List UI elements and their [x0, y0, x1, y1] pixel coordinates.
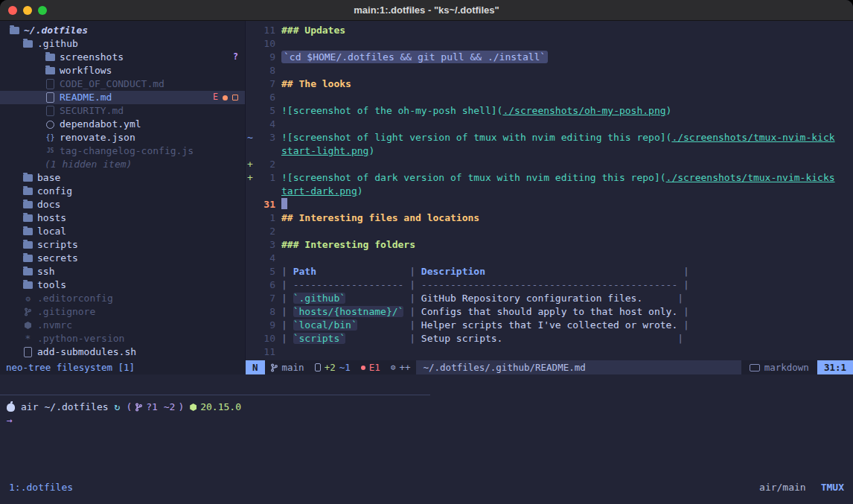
tree-item-renovate-json[interactable]: {}renovate.json [0, 131, 245, 144]
editor-line[interactable]: 4 [246, 118, 853, 131]
apple-icon [7, 403, 15, 412]
tree-item-dependabot-yml[interactable]: dependabot.yml [0, 118, 245, 131]
tree-item-label: base [37, 171, 60, 185]
tree-item-1-hidden-item[interactable]: (1 hidden item) [0, 158, 245, 171]
url-segment: ./screenshots/oh-my-posh.png [502, 105, 665, 116]
zoom-button[interactable] [38, 6, 47, 15]
tree-item-secrets[interactable]: secrets [0, 252, 245, 265]
tcode-segment: `.github` [293, 293, 345, 304]
gear-icon: ⚙ [22, 293, 33, 304]
tree-item-label: hosts [37, 211, 66, 225]
gear-icon: ⚙ [391, 363, 396, 371]
tree-item-label: docs [37, 198, 60, 211]
tree-item-tag-changelog-config-js[interactable]: JStag-changelog-config.js [0, 144, 245, 158]
editor-line[interactable]: 11 [246, 345, 853, 359]
tcode-segment: `local/bin` [293, 319, 357, 331]
editor-line[interactable]: 5| Path | Description | [246, 265, 853, 278]
gutter-sign [246, 211, 255, 225]
line-number: 11 [255, 345, 275, 359]
tree-item-dotfiles[interactable]: ~/.dotfiles [0, 24, 245, 37]
branch-name: main [282, 361, 304, 374]
statusline-filetype: markdown [741, 360, 817, 374]
tree-item-config[interactable]: config [0, 185, 245, 198]
editor-line[interactable]: 8 [246, 64, 853, 77]
link-segment: ) [368, 145, 374, 156]
tree-item-editorconfig[interactable]: ⚙.editorconfig [0, 292, 245, 305]
js-icon: JS [45, 146, 56, 156]
editor-line[interactable]: 10| `scripts` | Setup scripts. | [246, 332, 853, 345]
tree-item-python-version[interactable]: *.python-version [0, 332, 245, 345]
titlebar: main:1:.dotfiles - "ks~/.dotfiles" [0, 0, 853, 21]
editor-line[interactable]: +2 [246, 158, 853, 171]
editor-line[interactable]: +1![screenshot of dark version of tmux w… [246, 171, 853, 185]
editor-line[interactable]: 4 [246, 252, 853, 265]
tmux-window-item[interactable]: 1:.dotfiles [9, 481, 73, 494]
editor-line[interactable]: 31 [246, 198, 853, 211]
tree-item-github[interactable]: .github [0, 37, 245, 51]
editor-pane[interactable]: 11### Updates109`cd $HOME/.dotfiles && g… [246, 21, 853, 360]
tree-item-docs[interactable]: docs [0, 198, 245, 211]
editor-line[interactable]: 9`cd $HOME/.dotfiles && git pull && ./in… [246, 51, 853, 64]
editor-line[interactable]: 1## Interesting files and locations [246, 211, 853, 225]
branch-icon [22, 307, 33, 317]
editor-line[interactable]: 3### Interesting folders [246, 238, 853, 252]
tree-item-label: dependabot.yml [60, 118, 141, 131]
editor-line[interactable]: 6 [246, 91, 853, 104]
editor-line[interactable]: tart-dark.png) [246, 185, 853, 198]
gutter-sign [246, 225, 255, 238]
tree-item-hosts[interactable]: hosts [0, 211, 245, 225]
tree-item-workflows[interactable]: workflows [0, 64, 245, 77]
tp-segment: | [677, 306, 689, 317]
editor-line[interactable]: ~3![screenshot of light version of tmux … [246, 131, 853, 144]
gutter-sign [246, 118, 255, 131]
tree-item-label: add-submodules.sh [37, 345, 136, 359]
tree-item-security-md[interactable]: SECURITY.md [0, 104, 245, 118]
terminal-window: main:1:.dotfiles - "ks~/.dotfiles" ~/.do… [0, 0, 853, 504]
close-button[interactable] [8, 6, 17, 15]
tp-segment: | [281, 333, 293, 344]
neo-tree-panel[interactable]: ~/.dotfiles.githubscreenshots?workflowsC… [0, 21, 246, 360]
line-number: 7 [255, 292, 275, 305]
tree-item-base[interactable]: base [0, 171, 245, 185]
line-number: 7 [255, 77, 275, 91]
editor-line[interactable]: 6| ------------------- | ---------------… [246, 278, 853, 292]
gutter-sign [246, 345, 255, 359]
h2-segment: ## Interesting files and locations [281, 212, 479, 223]
doc-icon [45, 79, 56, 89]
shell-pane[interactable]: air ~/.dotfiles ↻ ( ?1 ~2 ) 20.15.0 → [0, 374, 853, 480]
line-content [281, 225, 853, 238]
tree-item-gitignore[interactable]: .gitignore [0, 305, 245, 319]
link-segment: ) [666, 105, 672, 116]
editor-line[interactable]: 7## The looks [246, 77, 853, 91]
tree-item-screenshots[interactable]: screenshots? [0, 51, 245, 64]
editor-line[interactable]: 8| `hosts/{hostname}/` | Configs that sh… [246, 305, 853, 319]
tree-item-code-of-conduct-md[interactable]: CODE_OF_CONDUCT.md [0, 77, 245, 91]
editor-line[interactable]: 11### Updates [246, 24, 853, 37]
tree-item-readme-md[interactable]: README.mdE [0, 91, 245, 104]
tree-item-ssh[interactable]: ssh [0, 265, 245, 278]
folder-icon [22, 267, 33, 277]
shell-prompt[interactable]: air ~/.dotfiles ↻ ( ?1 ~2 ) 20.15.0 [7, 401, 853, 414]
line-content: ## Interesting files and locations [281, 211, 853, 225]
prompt-path: ~/.dotfiles [44, 401, 108, 414]
editor-line[interactable]: 2 [246, 225, 853, 238]
editor-line[interactable]: 9| `local/bin` | Helper scripts that I'v… [246, 319, 853, 332]
tree-item-add-submodules-sh[interactable]: add-submodules.sh [0, 345, 245, 359]
editor-line[interactable]: 5![screenshot of the oh-my-posh shell](.… [246, 104, 853, 118]
minimize-button[interactable] [23, 6, 32, 15]
gutter-sign [246, 198, 255, 211]
editor-line[interactable]: 7| `.github` | GitHub Repository configu… [246, 292, 853, 305]
editor-line[interactable]: start-light.png) [246, 144, 853, 158]
tree-item-nvmrc[interactable]: .nvmrc [0, 319, 245, 332]
link-segment: ) [357, 185, 363, 197]
line-content: ## The looks [281, 77, 853, 91]
line-content: | `.github` | GitHub Repository configur… [281, 292, 853, 305]
editor-line[interactable]: 10 [246, 37, 853, 51]
git-open-paren: ( [126, 401, 132, 414]
tree-item-scripts[interactable]: scripts [0, 238, 245, 252]
tree-item-local[interactable]: local [0, 225, 245, 238]
statusline-filename: ~/.dotfiles/.github/README.md [416, 360, 741, 374]
tree-item-tools[interactable]: tools [0, 278, 245, 292]
circle-icon [45, 119, 56, 130]
h3-segment: ### Interesting folders [281, 239, 415, 250]
